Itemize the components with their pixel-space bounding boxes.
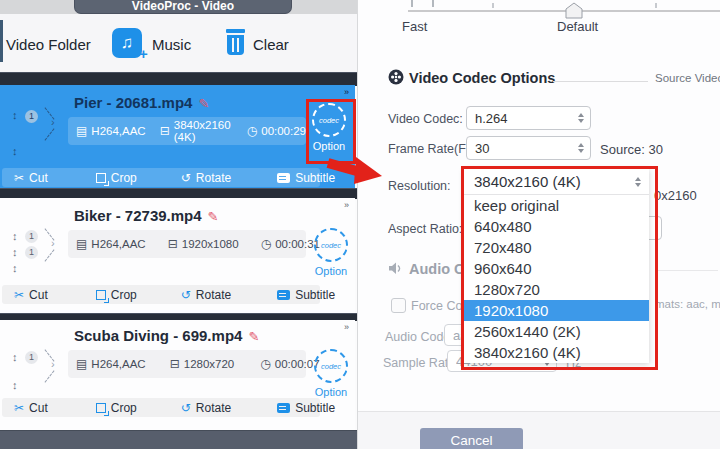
scissors-icon: ✂ [14,171,24,185]
reorder-icon[interactable]: ↕ [12,230,18,242]
dropdown-option[interactable]: 3840x2160 (4K) [464,342,649,363]
resolution-icon: ⊟ [168,237,178,251]
film-strip-icon: ▤ [76,357,87,371]
dropdown-option[interactable]: 960x640 [464,258,649,279]
frame-rate-source: Source: 30 [600,142,663,157]
reorder-icon[interactable]: ↕ [12,246,18,258]
edit-pencil-icon[interactable]: ✎ [198,96,209,111]
codec-option-button[interactable]: codec Option [308,228,354,277]
film-reel-icon [388,69,404,85]
video-title-row: Scuba Diving - 699.mp4✎ [74,327,259,345]
resolution-select-face[interactable]: 3840x2160 (4K) [464,169,649,195]
rotate-icon: ↺ [181,288,191,302]
aspect-ratio-label: Aspect Ratio: [388,222,462,236]
dropdown-option[interactable]: 1280x720 [464,279,649,300]
main-toolbar: Video Folder ♫ + Music Clear [0,14,357,72]
dropdown-option-selected[interactable]: 1920x1080 [464,300,649,321]
dropdown-option[interactable]: keep original [464,195,649,216]
crop-button[interactable]: Crop [96,171,137,185]
video-item-scuba[interactable]: ↕ 1 ↕ › Scuba Diving - 699.mp4✎ ▤ H264,A… [0,320,355,430]
subtitle-button[interactable]: Subtitle [277,288,335,302]
subtitle-icon [277,290,290,300]
rotate-button[interactable]: ↺ Rotate [181,401,231,415]
reorder-icon[interactable]: ↕ [12,145,18,157]
branch-dashes: › [42,345,56,387]
video-list-panel: VideoProc - Video Video Folder ♫ + Music… [0,0,358,449]
cut-button[interactable]: ✂ Cut [14,401,48,415]
dropdown-option[interactable]: 720x480 [464,237,649,258]
video-folder-button[interactable]: Video Folder [6,36,91,53]
crop-button[interactable]: Crop [96,401,137,415]
music-icon[interactable]: ♫ [112,28,142,58]
reorder-icon[interactable]: ↕ [12,262,18,274]
rotate-icon: ↺ [181,171,191,185]
reorder-icon[interactable]: ↕ [12,379,18,391]
resolution-value: 3840x2160 (4K) [174,119,237,143]
frame-rate-select[interactable]: 30 [466,136,591,160]
cut-button[interactable]: ✂ Cut [14,171,48,185]
index-badge: 1 [25,246,38,259]
music-button[interactable]: Music [152,36,191,53]
subtitle-icon [277,173,290,183]
speed-slider[interactable] [398,0,720,20]
clear-button[interactable]: Clear [253,36,289,53]
force-copy-checkbox[interactable] [391,298,406,313]
duration-value: 00:00:29 [261,125,306,137]
stepper-icon [635,177,641,187]
codec-option-button[interactable]: codec Option [306,103,352,152]
codec-option-label: Option [306,140,352,152]
rotate-button[interactable]: ↺ Rotate [181,288,231,302]
source-video-stream-label: Source Video Str [655,72,720,84]
dropdown-option[interactable]: 2560x1440 (2K) [464,321,649,342]
video-item-pier[interactable]: ↕ 1 ↕ › Pier - 20681.mp4✎ ▤ H264,AAC ⊟ 3… [0,85,355,188]
codec-option-button[interactable]: codec Option [308,349,354,398]
window-title-tab: VideoProc - Video [74,0,292,14]
codec-option-label: Option [308,386,354,398]
reorder-icon[interactable]: ↕ [12,109,18,121]
video-title-row: Pier - 20681.mp4✎ [74,94,209,112]
codec-value: H264,AAC [91,125,145,137]
edit-pencil-icon[interactable]: ✎ [248,329,259,344]
video-codec-select[interactable]: h.264 [466,106,591,130]
item-action-bar: ✂ Cut Crop ↺ Rotate Subtitle [2,398,320,417]
trash-icon[interactable] [226,29,245,56]
header-rule [553,81,648,82]
edit-pencil-icon[interactable]: ✎ [208,209,219,224]
bottom-strip [0,430,357,449]
video-codec-options-title: Video Codec Options [409,70,555,86]
rotate-icon: ↺ [181,401,191,415]
dropdown-option[interactable]: 640x480 [464,216,649,237]
video-title: Biker - 72739.mp4 [74,207,202,224]
clock-icon: ◷ [260,357,270,371]
index-badge: 1 [25,110,38,123]
speaker-icon [388,262,403,275]
index-badge: 1 [25,230,38,243]
film-strip-icon: ▤ [76,124,87,138]
video-folder-icon [0,20,3,62]
video-item-biker[interactable]: ↕ 1 ↕ 1 ↕ › Biker - 72739.mp4✎ ▤ H264,AA… [0,198,355,313]
cut-button[interactable]: ✂ Cut [14,288,48,302]
slider-label-default: Default [557,19,598,34]
film-strip-icon: ▤ [76,237,87,251]
reorder-icon[interactable]: ↕ [12,351,18,363]
scissors-icon: ✂ [14,401,24,415]
resolution-icon: ⊟ [170,357,180,371]
video-info-bar: ▤ H264,AAC ⊟ 3840x2160 (4K) ◷ 00:00:29 [68,117,306,145]
codec-gear-icon: codec [312,103,346,137]
app-window: VideoProc - Video Video Folder ♫ + Music… [0,0,720,449]
codec-option-label: Option [308,265,354,277]
rotate-button[interactable]: ↺ Rotate [181,171,231,185]
subtitle-button[interactable]: Subtitle [277,401,335,415]
dialog-footer: Cancel [358,411,720,449]
video-title: Pier - 20681.mp4 [74,94,192,111]
slider-thumb[interactable] [566,3,582,18]
item-action-bar: ✂ Cut Crop ↺ Rotate Subtitle [2,285,320,304]
subtitle-button[interactable]: Subtitle [277,171,335,185]
video-title-row: Biker - 72739.mp4✎ [74,207,218,225]
chevron-corner-icon: » [344,322,347,332]
resolution-icon: ⊟ [160,124,170,138]
crop-button[interactable]: Crop [96,288,137,302]
stepper-icon [578,113,584,123]
video-codec-label: Video Codec: [388,112,463,126]
cancel-button[interactable]: Cancel [420,428,523,449]
